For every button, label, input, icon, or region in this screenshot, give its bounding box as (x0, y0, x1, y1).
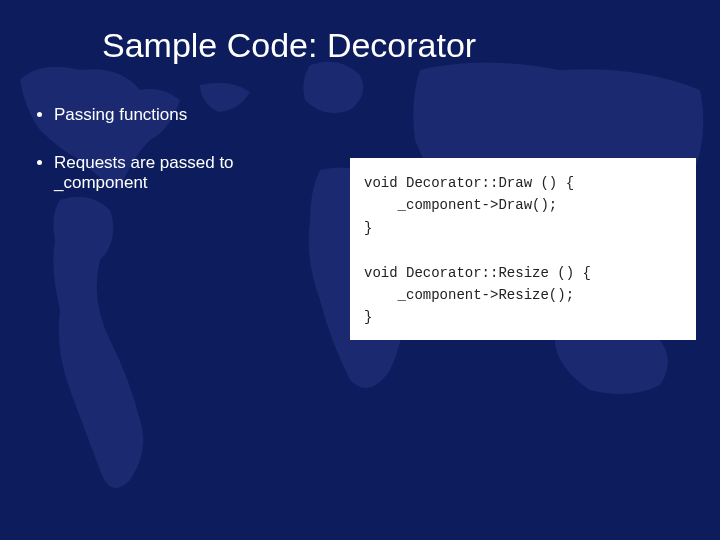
slide-title: Sample Code: Decorator (102, 26, 696, 65)
bullet-item: Requests are passed to _component (54, 153, 324, 193)
bullet-item: Passing functions (54, 105, 324, 125)
bullet-list: Passing functions Requests are passed to… (24, 105, 696, 193)
